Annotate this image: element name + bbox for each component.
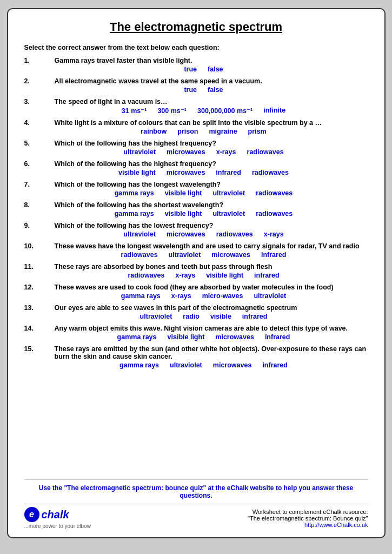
answer-option[interactable]: prism — [248, 128, 267, 135]
question-content: These waves have the longest wavelength … — [39, 242, 368, 259]
answer-option[interactable]: visible light — [168, 333, 205, 341]
answer-option[interactable]: 300 ms⁻¹ — [157, 107, 187, 115]
question-row: 12.These waves are used to cook food (th… — [24, 283, 368, 300]
question-block: 6.Which of the following has the highest… — [24, 160, 368, 176]
question-text: These rays are absorbed by bones and tee… — [55, 263, 368, 271]
answer-option[interactable]: radiowaves — [252, 169, 289, 176]
question-content: Which of the following has the lowest fr… — [39, 222, 368, 238]
answers-row: gamma raysvisible lightmicrowavesinfrare… — [39, 333, 368, 341]
answer-option[interactable]: microwaves — [167, 148, 205, 156]
question-content: These rays are emitted by the sun (and o… — [39, 345, 368, 369]
answer-option[interactable]: infinite — [263, 107, 285, 115]
answer-option[interactable]: infrared — [262, 361, 288, 369]
answer-option[interactable]: infrared — [216, 169, 241, 176]
answer-option[interactable]: ultraviolet — [140, 313, 172, 320]
footer-link[interactable]: http://www.eChalk.co.uk — [304, 522, 368, 528]
answer-option[interactable]: ultraviolet — [254, 292, 286, 300]
instruction-text: Select the correct answer from the text … — [24, 44, 368, 51]
answer-option[interactable]: ultraviolet — [169, 251, 201, 259]
answer-option[interactable]: x-rays — [264, 230, 284, 238]
question-row: 2.All electromagnetic waves travel at th… — [24, 77, 368, 94]
answer-option[interactable]: 300,000,000 ms⁻¹ — [197, 107, 253, 115]
answer-option[interactable]: migraine — [209, 128, 237, 135]
questions-list: 1.Gamma rays travel faster than visible … — [24, 57, 368, 474]
answer-option[interactable]: microwaves — [215, 333, 254, 341]
footer-right: Worksheet to complement eChalk resource:… — [248, 509, 368, 528]
answer-option[interactable]: gamma rays — [119, 361, 159, 369]
question-text: These rays are emitted by the sun (and o… — [55, 345, 368, 360]
answer-option[interactable]: ultraviolet — [123, 148, 156, 156]
answer-option[interactable]: gamma rays — [117, 333, 157, 341]
answer-option[interactable]: infrared — [261, 251, 287, 259]
answer-option[interactable]: true — [184, 86, 197, 94]
answer-option[interactable]: microwaves — [213, 361, 252, 369]
answer-option[interactable]: x-rays — [216, 148, 236, 156]
answer-option[interactable]: rainbow — [141, 128, 167, 135]
answer-option[interactable]: gamma rays — [115, 210, 154, 217]
answer-option[interactable]: ultraviolet — [123, 230, 156, 238]
question-block: 15.These rays are emitted by the sun (an… — [24, 345, 368, 369]
answer-option[interactable]: false — [208, 65, 223, 73]
answer-option[interactable]: visible light — [118, 169, 156, 176]
question-number: 7. — [24, 181, 39, 188]
answer-option[interactable]: true — [184, 65, 197, 73]
answer-option[interactable]: infrared — [254, 272, 280, 279]
answer-option[interactable]: ultraviolet — [212, 210, 245, 217]
question-number: 15. — [24, 345, 39, 353]
answer-option[interactable]: gamma rays — [121, 292, 161, 300]
answer-option[interactable]: ultraviolet — [212, 189, 245, 197]
question-block: 4.White light is a mixture of colours th… — [24, 119, 368, 135]
question-row: 5.Which of the following has the highest… — [24, 140, 368, 156]
answer-option[interactable]: false — [208, 86, 223, 94]
answer-option[interactable]: radiowaves — [128, 272, 164, 279]
question-number: 13. — [24, 304, 39, 312]
answers-row: ultravioletmicrowavesradiowavesx-rays — [39, 230, 368, 238]
question-number: 8. — [24, 201, 39, 209]
question-row: 7.Which of the following has the longest… — [24, 181, 368, 197]
answer-option[interactable]: microwaves — [167, 230, 205, 238]
answers-row: truefalse — [39, 86, 368, 94]
question-text: Which of the following has the longest w… — [55, 181, 368, 188]
question-content: All electromagnetic waves travel at the … — [39, 77, 368, 94]
answer-option[interactable]: radiowaves — [247, 148, 284, 156]
answer-option[interactable]: visible light — [165, 189, 202, 197]
answer-option[interactable]: infrared — [265, 333, 290, 341]
question-block: 11.These rays are absorbed by bones and … — [24, 263, 368, 279]
answer-option[interactable]: gamma rays — [115, 189, 154, 197]
answer-option[interactable]: radiowaves — [256, 210, 293, 217]
question-block: 9.Which of the following has the lowest … — [24, 222, 368, 238]
question-block: 5.Which of the following has the highest… — [24, 140, 368, 156]
answer-option[interactable]: infrared — [242, 313, 268, 320]
question-text: Which of the following has the highest f… — [55, 140, 368, 147]
echalk-brand-text: chalk — [42, 509, 69, 521]
question-content: These rays are absorbed by bones and tee… — [39, 263, 368, 279]
question-block: 8.Which of the following has the shortes… — [24, 201, 368, 217]
footer-line1: Worksheet to complement eChalk resource: — [248, 509, 368, 515]
question-row: 4.White light is a mixture of colours th… — [24, 119, 368, 135]
question-number: 1. — [24, 57, 39, 64]
footer-line2: "The electromagnetic spectrum: Bounce qu… — [248, 515, 368, 522]
answer-option[interactable]: prison — [177, 128, 198, 135]
answer-option[interactable]: visible light — [165, 210, 202, 217]
question-text: Which of the following has the shortest … — [55, 201, 368, 209]
answer-option[interactable]: radiowaves — [121, 251, 158, 259]
question-number: 3. — [24, 98, 39, 105]
answer-option[interactable]: ultraviolet — [170, 361, 202, 369]
question-row: 9.Which of the following has the lowest … — [24, 222, 368, 238]
page: The electromagnetic spectrum Select the … — [7, 8, 386, 538]
answer-option[interactable]: x-rays — [171, 292, 191, 300]
answer-option[interactable]: radio — [183, 313, 200, 320]
answer-option[interactable]: microwaves — [167, 169, 205, 176]
answer-option[interactable]: radiowaves — [216, 230, 253, 238]
answer-option[interactable]: visible — [210, 313, 231, 320]
answer-option[interactable]: 31 ms⁻¹ — [122, 107, 147, 115]
answer-option[interactable]: microwaves — [211, 251, 250, 259]
echalk-tagline: ...more power to your elbow — [24, 523, 91, 529]
answer-option[interactable]: radiowaves — [256, 189, 293, 197]
answer-option[interactable]: micro-waves — [202, 292, 243, 300]
answer-option[interactable]: x-rays — [175, 272, 195, 279]
answers-row: gamma raysultravioletmicrowavesinfrared — [39, 361, 368, 369]
question-content: Which of the following has the longest w… — [39, 181, 368, 197]
question-content: Which of the following has the highest f… — [39, 140, 368, 156]
answer-option[interactable]: visible light — [206, 272, 243, 279]
